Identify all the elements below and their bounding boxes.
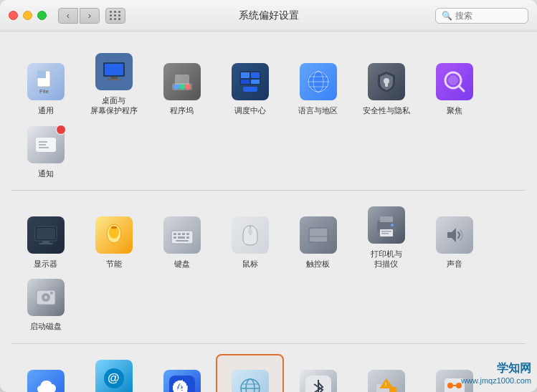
svg-point-64 [50, 292, 53, 295]
mouse-icon-wrapper [230, 215, 270, 255]
notification-badge [56, 125, 66, 135]
pref-bluetooth[interactable]: 蓝牙 [284, 354, 352, 392]
svg-rect-15 [241, 72, 250, 78]
trackpad-label: 触控板 [306, 259, 330, 269]
pref-extensions[interactable]: ! 扩展 [352, 354, 420, 392]
mouse-label: 鼠标 [242, 259, 258, 269]
pref-network[interactable]: 网络 [216, 354, 284, 392]
spotlight-icon-wrapper [434, 62, 475, 102]
svg-rect-50 [176, 240, 189, 242]
section-personal: File New 通用 [11, 40, 526, 191]
search-input[interactable] [455, 11, 522, 21]
svg-rect-19 [243, 87, 257, 92]
nav-buttons: ‹ › [58, 8, 100, 24]
svg-rect-46 [186, 233, 189, 235]
pref-icloud[interactable]: iCloud [11, 354, 80, 392]
maximize-button[interactable] [37, 11, 47, 20]
notifications-label: 通知 [38, 168, 54, 178]
pref-dock[interactable]: 程序坞 [148, 47, 216, 120]
keyboard-icon-wrapper [162, 215, 202, 255]
pref-desktop[interactable]: 桌面与屏幕保护程序 [80, 47, 148, 120]
svg-rect-7 [110, 77, 118, 79]
svg-rect-44 [178, 233, 181, 235]
svg-point-12 [185, 84, 191, 90]
mission-icon-wrapper [230, 62, 270, 102]
svg-rect-47 [174, 236, 176, 239]
pref-sound[interactable]: 声音 [420, 201, 488, 274]
bluetooth-icon [300, 370, 337, 392]
svg-rect-13 [175, 75, 189, 85]
trackpad-icon-wrapper [298, 215, 338, 255]
svg-text:File: File [39, 88, 49, 95]
spotlight-icon [436, 63, 473, 100]
svg-rect-59 [381, 233, 389, 234]
energy-icon-wrapper [94, 215, 134, 255]
svg-rect-53 [309, 228, 328, 242]
preferences-content: File New 通用 [0, 32, 537, 392]
pref-energy[interactable]: 节能 [80, 201, 148, 274]
pref-sharing[interactable]: 共享 [420, 354, 488, 392]
grid-button[interactable] [105, 8, 125, 24]
pref-security[interactable]: 安全性与隐私 [352, 47, 420, 120]
section-personal-grid: File New 通用 [11, 47, 526, 183]
svg-rect-6 [105, 64, 123, 75]
language-label: 语言与地区 [298, 105, 338, 115]
display-icon-wrapper [26, 215, 66, 255]
keyboard-label: 键盘 [174, 259, 190, 269]
svg-point-83 [456, 383, 462, 388]
general-icon-wrapper: File New [26, 62, 66, 102]
svg-point-63 [44, 296, 47, 299]
pref-language[interactable]: 语言与地区 [284, 47, 352, 120]
appstore-icon: 🅐 [163, 370, 201, 392]
desktop-label: 桌面与屏幕保护程序 [90, 95, 138, 116]
pref-display[interactable]: 显示器 [11, 201, 80, 274]
display-label: 显示器 [34, 259, 57, 269]
keyboard-icon [163, 216, 201, 254]
language-icon [300, 63, 337, 100]
svg-rect-58 [381, 231, 391, 232]
startup-icon [27, 279, 65, 316]
display-icon [27, 216, 65, 254]
svg-point-70 [241, 379, 260, 392]
pref-startup[interactable]: 启动磁盘 [11, 273, 80, 335]
pref-general[interactable]: File New 通用 [11, 47, 80, 120]
svg-rect-45 [182, 233, 185, 235]
energy-icon [95, 216, 133, 254]
pref-notifications[interactable]: 通知 [11, 120, 80, 183]
minimize-button[interactable] [23, 11, 32, 20]
startup-label: 启动磁盘 [30, 321, 62, 331]
svg-text:!: ! [384, 381, 386, 388]
startup-icon-wrapper [26, 277, 66, 317]
svg-point-60 [391, 224, 394, 226]
pref-printer[interactable]: 打印机与扫描仪 [352, 201, 420, 274]
svg-rect-41 [111, 226, 117, 229]
pref-keyboard[interactable]: 键盘 [148, 201, 216, 274]
back-button[interactable]: ‹ [58, 8, 78, 24]
pref-mouse[interactable]: 鼠标 [216, 201, 284, 274]
general-label: 通用 [38, 105, 54, 115]
mouse-icon [232, 216, 269, 254]
pref-mission[interactable]: 调度中心 [216, 47, 284, 120]
pref-spotlight[interactable]: 聚焦 [420, 47, 488, 120]
svg-rect-16 [251, 72, 260, 78]
traffic-lights [9, 11, 47, 20]
security-icon-wrapper [366, 62, 407, 102]
search-box[interactable]: 🔍 [435, 8, 528, 24]
dock-icon-wrapper [162, 62, 202, 102]
svg-rect-37 [42, 241, 49, 243]
dock-icon [163, 63, 201, 100]
svg-point-11 [179, 84, 185, 90]
svg-rect-49 [186, 236, 189, 239]
pref-trackpad[interactable]: 触控板 [284, 201, 352, 274]
close-button[interactable] [9, 11, 18, 20]
pref-internet[interactable]: @ 互联网帐户 [80, 354, 148, 392]
pref-appstore[interactable]: 🅐 App Store [148, 354, 216, 392]
svg-point-71 [246, 379, 255, 392]
svg-point-26 [384, 78, 389, 84]
general-icon: File New [27, 63, 65, 100]
notifications-icon-wrapper [26, 125, 66, 165]
search-icon: 🔍 [442, 11, 452, 21]
svg-point-10 [174, 84, 179, 90]
security-label: 安全性与隐私 [363, 105, 410, 115]
forward-button[interactable]: › [80, 8, 100, 24]
